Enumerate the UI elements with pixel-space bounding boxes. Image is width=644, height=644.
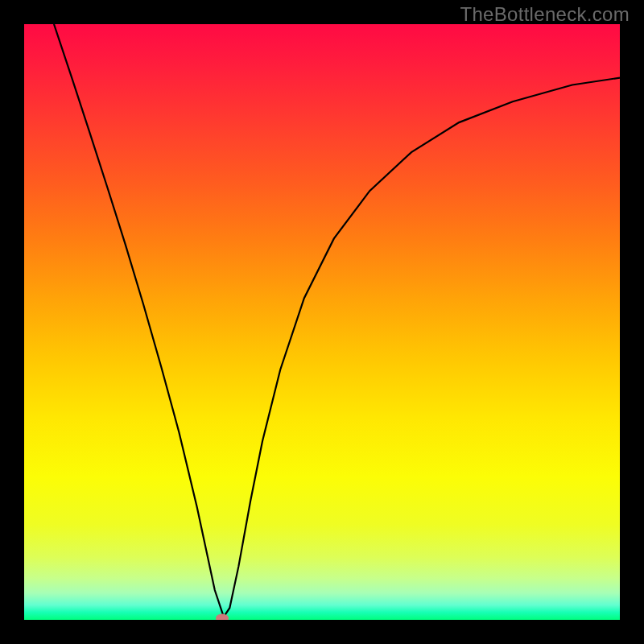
plot-area — [24, 24, 620, 620]
minimum-marker — [216, 613, 229, 620]
watermark-text: TheBottleneck.com — [460, 3, 630, 26]
bottleneck-curve — [54, 24, 620, 617]
curve-svg — [24, 24, 620, 620]
